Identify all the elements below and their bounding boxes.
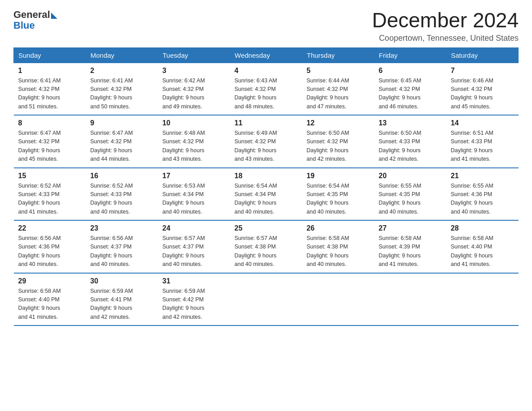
- weekday-header-wednesday: Wednesday: [230, 47, 302, 63]
- calendar-subtitle: Coopertown, Tennessee, United States: [372, 34, 519, 43]
- calendar-cell: 24Sunrise: 6:57 AMSunset: 4:37 PMDayligh…: [158, 220, 230, 273]
- day-number: 16: [90, 172, 154, 180]
- calendar-cell: [230, 273, 302, 326]
- calendar-week-row: 22Sunrise: 6:56 AMSunset: 4:36 PMDayligh…: [14, 220, 519, 273]
- day-info: Sunrise: 6:49 AMSunset: 4:32 PMDaylight:…: [235, 129, 298, 164]
- day-info: Sunrise: 6:52 AMSunset: 4:33 PMDaylight:…: [90, 182, 154, 217]
- calendar-week-row: 8Sunrise: 6:47 AMSunset: 4:32 PMDaylight…: [14, 115, 519, 168]
- calendar-cell: [446, 273, 519, 326]
- day-number: 29: [18, 277, 82, 285]
- day-number: 10: [163, 119, 226, 127]
- calendar-cell: 6Sunrise: 6:45 AMSunset: 4:32 PMDaylight…: [374, 63, 446, 115]
- day-info: Sunrise: 6:47 AMSunset: 4:32 PMDaylight:…: [18, 129, 82, 164]
- day-info: Sunrise: 6:42 AMSunset: 4:32 PMDaylight:…: [163, 77, 226, 111]
- calendar-cell: 31Sunrise: 6:59 AMSunset: 4:42 PMDayligh…: [158, 273, 230, 326]
- day-number: 22: [18, 224, 82, 232]
- calendar-cell: 20Sunrise: 6:55 AMSunset: 4:35 PMDayligh…: [374, 168, 446, 221]
- weekday-header-tuesday: Tuesday: [158, 47, 230, 63]
- day-number: 8: [18, 119, 82, 127]
- day-info: Sunrise: 6:57 AMSunset: 4:38 PMDaylight:…: [235, 234, 298, 269]
- calendar-header: SundayMondayTuesdayWednesdayThursdayFrid…: [14, 47, 519, 63]
- day-number: 4: [235, 67, 298, 75]
- day-info: Sunrise: 6:58 AMSunset: 4:40 PMDaylight:…: [451, 234, 514, 269]
- logo-arrow-icon: [51, 13, 57, 19]
- calendar-cell: 7Sunrise: 6:46 AMSunset: 4:32 PMDaylight…: [446, 63, 519, 115]
- title-section: December 2024 Coopertown, Tennessee, Uni…: [372, 9, 519, 43]
- day-number: 3: [163, 67, 226, 75]
- weekday-header-monday: Monday: [86, 47, 158, 63]
- day-number: 19: [307, 172, 370, 180]
- day-number: 31: [163, 277, 226, 285]
- day-number: 23: [90, 224, 154, 232]
- day-info: Sunrise: 6:52 AMSunset: 4:33 PMDaylight:…: [18, 182, 82, 217]
- day-info: Sunrise: 6:58 AMSunset: 4:39 PMDaylight:…: [379, 234, 442, 269]
- calendar-cell: 29Sunrise: 6:58 AMSunset: 4:40 PMDayligh…: [14, 273, 86, 326]
- day-number: 1: [18, 67, 82, 75]
- logo-general: General: [13, 9, 50, 21]
- logo-blue: Blue: [13, 20, 35, 31]
- page-header: General Blue December 2024 Coopertown, T…: [13, 9, 519, 43]
- day-info: Sunrise: 6:41 AMSunset: 4:32 PMDaylight:…: [18, 77, 82, 111]
- day-info: Sunrise: 6:50 AMSunset: 4:33 PMDaylight:…: [379, 129, 442, 164]
- calendar-cell: 27Sunrise: 6:58 AMSunset: 4:39 PMDayligh…: [374, 220, 446, 273]
- day-info: Sunrise: 6:58 AMSunset: 4:40 PMDaylight:…: [18, 287, 82, 322]
- day-info: Sunrise: 6:41 AMSunset: 4:32 PMDaylight:…: [90, 77, 154, 111]
- calendar-cell: 28Sunrise: 6:58 AMSunset: 4:40 PMDayligh…: [446, 220, 519, 273]
- calendar-cell: 11Sunrise: 6:49 AMSunset: 4:32 PMDayligh…: [230, 115, 302, 168]
- day-info: Sunrise: 6:55 AMSunset: 4:35 PMDaylight:…: [379, 182, 442, 217]
- day-number: 15: [18, 172, 82, 180]
- calendar-cell: 30Sunrise: 6:59 AMSunset: 4:41 PMDayligh…: [86, 273, 158, 326]
- calendar-cell: 12Sunrise: 6:50 AMSunset: 4:32 PMDayligh…: [302, 115, 374, 168]
- calendar-cell: 2Sunrise: 6:41 AMSunset: 4:32 PMDaylight…: [86, 63, 158, 115]
- day-number: 20: [379, 172, 442, 180]
- day-info: Sunrise: 6:54 AMSunset: 4:35 PMDaylight:…: [307, 182, 370, 217]
- weekday-header-saturday: Saturday: [446, 47, 519, 63]
- day-number: 26: [307, 224, 370, 232]
- logo: General Blue: [13, 9, 57, 31]
- calendar-cell: 9Sunrise: 6:47 AMSunset: 4:32 PMDaylight…: [86, 115, 158, 168]
- day-info: Sunrise: 6:53 AMSunset: 4:34 PMDaylight:…: [163, 182, 226, 217]
- calendar-body: 1Sunrise: 6:41 AMSunset: 4:32 PMDaylight…: [14, 63, 519, 325]
- calendar-cell: 13Sunrise: 6:50 AMSunset: 4:33 PMDayligh…: [374, 115, 446, 168]
- calendar-week-row: 1Sunrise: 6:41 AMSunset: 4:32 PMDaylight…: [14, 63, 519, 115]
- day-number: 25: [235, 224, 298, 232]
- day-info: Sunrise: 6:44 AMSunset: 4:32 PMDaylight:…: [307, 77, 370, 111]
- day-number: 6: [379, 67, 442, 75]
- day-number: 5: [307, 67, 370, 75]
- calendar-cell: 3Sunrise: 6:42 AMSunset: 4:32 PMDaylight…: [158, 63, 230, 115]
- day-number: 13: [379, 119, 442, 127]
- calendar-cell: 23Sunrise: 6:56 AMSunset: 4:37 PMDayligh…: [86, 220, 158, 273]
- calendar-cell: 8Sunrise: 6:47 AMSunset: 4:32 PMDaylight…: [14, 115, 86, 168]
- calendar-cell: 25Sunrise: 6:57 AMSunset: 4:38 PMDayligh…: [230, 220, 302, 273]
- day-number: 12: [307, 119, 370, 127]
- calendar-cell: 22Sunrise: 6:56 AMSunset: 4:36 PMDayligh…: [14, 220, 86, 273]
- day-number: 21: [451, 172, 514, 180]
- calendar-cell: [302, 273, 374, 326]
- day-number: 28: [451, 224, 514, 232]
- day-number: 11: [235, 119, 298, 127]
- day-number: 9: [90, 119, 154, 127]
- day-info: Sunrise: 6:46 AMSunset: 4:32 PMDaylight:…: [451, 77, 514, 111]
- day-info: Sunrise: 6:59 AMSunset: 4:42 PMDaylight:…: [163, 287, 226, 322]
- day-info: Sunrise: 6:56 AMSunset: 4:36 PMDaylight:…: [18, 234, 82, 269]
- calendar-cell: 4Sunrise: 6:43 AMSunset: 4:32 PMDaylight…: [230, 63, 302, 115]
- day-number: 14: [451, 119, 514, 127]
- calendar-cell: 19Sunrise: 6:54 AMSunset: 4:35 PMDayligh…: [302, 168, 374, 221]
- day-number: 17: [163, 172, 226, 180]
- day-info: Sunrise: 6:59 AMSunset: 4:41 PMDaylight:…: [90, 287, 154, 322]
- calendar-cell: 14Sunrise: 6:51 AMSunset: 4:33 PMDayligh…: [446, 115, 519, 168]
- day-info: Sunrise: 6:47 AMSunset: 4:32 PMDaylight:…: [90, 129, 154, 164]
- calendar-cell: 17Sunrise: 6:53 AMSunset: 4:34 PMDayligh…: [158, 168, 230, 221]
- day-number: 7: [451, 67, 514, 75]
- day-number: 30: [90, 277, 154, 285]
- day-info: Sunrise: 6:45 AMSunset: 4:32 PMDaylight:…: [379, 77, 442, 111]
- calendar-cell: 16Sunrise: 6:52 AMSunset: 4:33 PMDayligh…: [86, 168, 158, 221]
- calendar-cell: 5Sunrise: 6:44 AMSunset: 4:32 PMDaylight…: [302, 63, 374, 115]
- day-number: 27: [379, 224, 442, 232]
- calendar-table: SundayMondayTuesdayWednesdayThursdayFrid…: [13, 47, 519, 326]
- day-info: Sunrise: 6:58 AMSunset: 4:38 PMDaylight:…: [307, 234, 370, 269]
- day-number: 18: [235, 172, 298, 180]
- day-info: Sunrise: 6:56 AMSunset: 4:37 PMDaylight:…: [90, 234, 154, 269]
- calendar-title: December 2024: [372, 9, 519, 32]
- day-info: Sunrise: 6:50 AMSunset: 4:32 PMDaylight:…: [307, 129, 370, 164]
